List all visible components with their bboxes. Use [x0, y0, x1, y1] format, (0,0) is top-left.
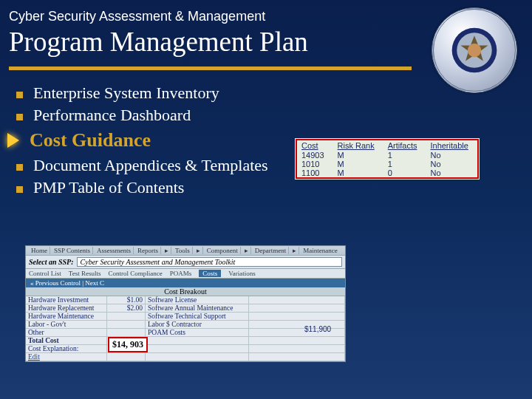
tab-costs[interactable]: Costs — [199, 270, 221, 277]
tab-bar: Control List Test Results Control Compli… — [26, 269, 345, 279]
total-cost-highlight: $14, 903 — [108, 337, 148, 352]
menu-item[interactable]: Tools — [173, 247, 193, 254]
menu-item[interactable]: Component — [205, 247, 241, 254]
bullet-text: Performance Dashboard — [33, 106, 191, 125]
menu-item[interactable]: Department — [253, 247, 289, 254]
cost-summary-table: Cost Risk Rank Artifacts Inheritable 149… — [296, 139, 479, 179]
tab[interactable]: POAMs — [170, 270, 192, 277]
menu-item[interactable]: Assessments — [95, 247, 134, 254]
menu-item[interactable]: Home — [29, 247, 50, 254]
bullet-item: PMP Table of Contents — [16, 178, 532, 197]
app-menubar: Home SSP Contents Assessments Reports ▸ … — [26, 246, 345, 256]
bullet-icon — [16, 164, 23, 171]
breakout-grid: Hardware Investment$1.00Software License… — [26, 296, 345, 361]
section-header: Cost Breakout — [26, 287, 345, 296]
svg-point-2 — [468, 44, 481, 57]
pager[interactable]: « Previous Control | Next C — [26, 279, 345, 287]
tab[interactable]: Variations — [228, 270, 256, 277]
ssp-select[interactable]: Cyber Security Assessment and Management… — [77, 257, 342, 267]
bullet-icon — [16, 186, 23, 193]
edit-link[interactable]: Edit — [26, 353, 107, 361]
bullet-icon — [16, 114, 23, 120]
col-header: Risk Rank — [333, 140, 383, 151]
bullet-icon — [16, 92, 23, 98]
bullet-text: Enterprise System Inventory — [33, 83, 219, 103]
menu-item[interactable]: Reports — [135, 247, 161, 254]
menu-item[interactable]: Maintenance — [301, 247, 339, 254]
divider — [9, 66, 412, 70]
select-label: Select an SSP: — [29, 258, 74, 266]
tab[interactable]: Test Results — [69, 270, 101, 277]
menu-item[interactable]: SSP Contents — [52, 247, 93, 254]
tab[interactable]: Control Compliance — [108, 270, 162, 277]
highlight-text: Cost Guidance — [30, 129, 151, 151]
poam-cost-value: $11,900 — [304, 325, 331, 333]
col-header: Cost — [297, 140, 333, 151]
bullet-text: PMP Table of Contents — [33, 178, 184, 197]
table-row: 1010M1No — [297, 160, 477, 168]
cost-breakout-panel: Home SSP Contents Assessments Reports ▸ … — [25, 245, 346, 362]
arrow-icon — [7, 133, 19, 148]
tab[interactable]: Control List — [29, 270, 61, 277]
col-header: Artifacts — [383, 140, 426, 151]
table-row: 1100M0No — [297, 168, 477, 177]
bullet-text: Document Appendices & Templates — [33, 156, 268, 175]
col-header: Inheritable — [426, 140, 477, 151]
table-row: 14903M1No — [297, 151, 477, 160]
bullet-item: Performance Dashboard — [16, 106, 532, 125]
doj-seal-icon — [432, 7, 517, 93]
